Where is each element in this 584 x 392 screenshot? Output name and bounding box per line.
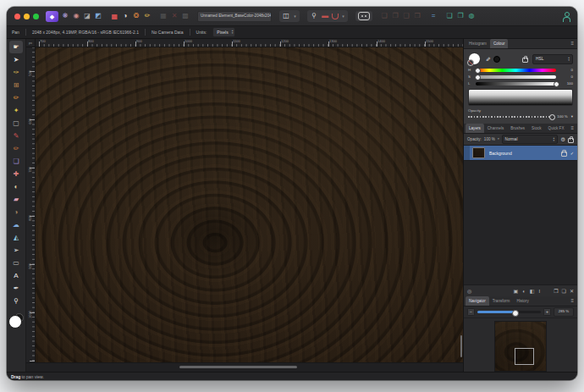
lock-icon[interactable] — [522, 58, 528, 63]
selection-refine-icon[interactable]: ▩ — [181, 11, 190, 21]
pen-tool[interactable]: ✒ — [9, 282, 23, 295]
navigator-view-rectangle[interactable] — [515, 348, 534, 365]
panel-menu-icon[interactable]: ≡ — [567, 39, 577, 48]
zoom-value[interactable]: 285 % — [554, 307, 574, 317]
no-colour-swatch[interactable] — [467, 59, 474, 66]
rectangle-tool[interactable]: ▭ — [9, 257, 23, 269]
flood-select-tool[interactable]: ✦ — [9, 104, 23, 117]
panel-menu-icon[interactable]: ≡ — [567, 296, 577, 306]
stepper-down-icon[interactable]: ▾ — [498, 138, 499, 141]
zoom-out-button[interactable]: − — [467, 308, 475, 316]
group-layers-icon[interactable]: ❒ — [554, 286, 558, 296]
text-tool[interactable]: A — [9, 269, 23, 282]
stepper-down-icon[interactable]: ▾ — [568, 59, 570, 62]
traffic-light-zoom[interactable] — [33, 14, 39, 19]
layers-tab-stock[interactable]: Stock — [528, 124, 545, 133]
slider-track-l[interactable] — [476, 82, 556, 86]
layer-visibility-check-icon[interactable]: ✓ — [570, 151, 574, 156]
burn-tool[interactable]: ◑ — [9, 206, 23, 218]
marquee-tool[interactable]: ▢ — [9, 117, 23, 130]
zoom-in-button[interactable]: + — [543, 308, 551, 316]
view-quality-icon[interactable]: ◫ — [282, 11, 290, 21]
layers-tab-layers[interactable]: Layers — [466, 124, 484, 133]
clone-stamp-tool[interactable]: ❏ — [9, 155, 23, 168]
live-filter-icon[interactable]: ◧ — [530, 286, 535, 296]
navigator-tab-navigator[interactable]: Navigator — [466, 296, 489, 306]
v-scrollbar[interactable] — [460, 335, 462, 357]
colour-mode-stepper[interactable]: ▴ ▾ — [568, 57, 570, 62]
develop-persona-icon[interactable]: ◉ — [72, 11, 80, 21]
pixel-brush-tool[interactable]: ✏ — [9, 142, 23, 155]
deselect-icon[interactable]: ✕ — [170, 11, 179, 21]
insert-inside-icon[interactable]: ❑ — [402, 11, 410, 21]
layers-tab-brushes[interactable]: Brushes — [507, 124, 528, 133]
view-mode-chevron-icon[interactable]: ▾ — [293, 11, 297, 21]
stepper-down-icon[interactable]: ▾ — [553, 140, 554, 142]
adjustment-layer-icon[interactable]: ◐ — [522, 286, 526, 296]
slider-thumb[interactable] — [475, 68, 481, 74]
rotate-pin-icon[interactable]: ⚲ — [310, 11, 318, 21]
auto-levels-icon[interactable]: ▅ — [110, 11, 118, 21]
layer-lock-icon[interactable] — [568, 138, 574, 143]
layer-opacity-chevron[interactable]: ▾ — [498, 138, 499, 141]
auto-white-balance-icon[interactable]: ✏ — [143, 11, 152, 21]
blur-tool[interactable]: ☁ — [9, 218, 23, 231]
colour-well[interactable] — [8, 313, 24, 329]
layers-tab-quick-fx[interactable]: Quick FX — [545, 124, 568, 133]
layer-grip[interactable] — [464, 146, 470, 160]
insert-original-icon[interactable]: ❒ — [413, 11, 421, 21]
add-layer-icon[interactable]: ❏ — [562, 286, 566, 296]
mask-layer-icon[interactable]: ▣ — [514, 286, 519, 296]
node-tool[interactable]: ➢ — [9, 244, 23, 257]
auto-colour-icon[interactable]: ❂ — [132, 11, 140, 21]
snapping-chevron-icon[interactable]: ▾ — [341, 11, 345, 21]
fill-layer-icon[interactable]: I — [539, 286, 541, 296]
slider-track-h[interactable] — [476, 69, 556, 72]
tone-mapping-persona-icon[interactable]: ◪ — [83, 11, 91, 21]
slider-thumb[interactable] — [554, 81, 559, 87]
selection-brush-tool[interactable]: ✏ — [9, 91, 23, 104]
units-stepper[interactable]: ▴ ▾ — [232, 30, 234, 35]
zoom-slider[interactable] — [477, 311, 541, 313]
tint-strip[interactable] — [468, 89, 573, 106]
export-persona-icon[interactable]: ◩ — [94, 11, 102, 21]
blend-mode-select[interactable]: Normal ▴ ▾ — [502, 135, 559, 144]
auto-contrast-icon[interactable]: ◑ — [121, 11, 129, 21]
insert-behind-icon[interactable]: ❏ — [380, 11, 388, 21]
slider-track-s[interactable] — [476, 75, 556, 79]
snapping-magnet-icon[interactable] — [332, 14, 339, 19]
layer-row[interactable]: Background✓ — [464, 146, 577, 161]
arrange-back-icon[interactable]: ❏ — [445, 11, 454, 21]
colour-tab-histogram[interactable]: Histogram — [466, 39, 490, 48]
opacity-chevron-icon[interactable]: ▾ — [571, 114, 573, 119]
secondary-colour-swatch[interactable] — [493, 56, 500, 63]
force-pixel-alignment-icon[interactable]: ▬ — [321, 11, 329, 21]
edit-all-layers-icon[interactable]: ◎ — [467, 286, 471, 296]
layer-opacity-value[interactable]: 100 % — [484, 137, 495, 141]
stepper-down-icon[interactable]: ▾ — [232, 32, 234, 35]
colour-picker-tool[interactable]: ✑ — [9, 66, 23, 79]
eyedropper-icon[interactable]: ✎ — [484, 57, 491, 62]
sharpen-tool[interactable]: ◭ — [9, 231, 23, 244]
colour-tab-colour[interactable]: Colour — [490, 39, 509, 48]
arrange-forward-icon[interactable]: ❐ — [456, 11, 465, 21]
colour-mode-select[interactable]: HSL ▴ ▾ — [532, 54, 573, 64]
layer-settings-gear-icon[interactable]: ⚙ — [560, 136, 565, 143]
zoom-slider-thumb[interactable] — [512, 310, 519, 317]
units-select[interactable]: Pixels ▴ ▾ — [212, 27, 235, 37]
navigator-tab-history[interactable]: History — [513, 296, 532, 306]
slider-thumb[interactable] — [475, 75, 481, 80]
arrange-front-icon[interactable]: ◍ — [467, 11, 476, 21]
assistant-icon[interactable] — [358, 12, 370, 20]
insert-on-top-icon[interactable]: ❐ — [391, 11, 399, 21]
canvas[interactable] — [36, 47, 463, 362]
dodge-tool[interactable]: ◐ — [9, 180, 23, 193]
liquify-persona-icon[interactable]: ❋ — [61, 11, 69, 21]
zoom-tool[interactable]: ⚲ — [9, 295, 23, 307]
foreground-colour-swatch[interactable] — [8, 315, 22, 329]
crop-tool[interactable]: ⊞ — [9, 79, 23, 91]
layers-tab-channels[interactable]: Channels — [484, 124, 507, 133]
panel-menu-icon[interactable]: ≡ — [567, 124, 577, 133]
opacity-slider[interactable] — [468, 116, 554, 118]
opacity-slider-thumb[interactable] — [549, 114, 555, 120]
